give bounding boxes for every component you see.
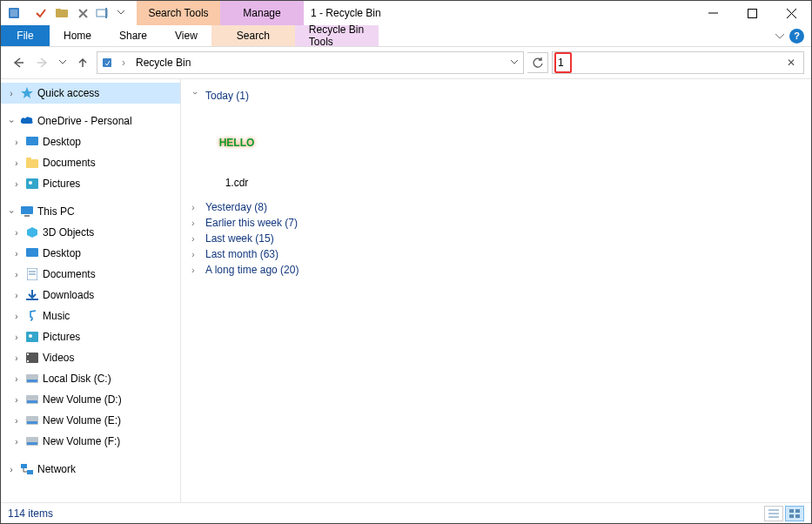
- breadcrumb-location[interactable]: Recycle Bin: [132, 57, 194, 69]
- chevron-right-icon[interactable]: ›: [6, 89, 17, 98]
- refresh-button[interactable]: [527, 52, 548, 73]
- app-icon[interactable]: [4, 3, 23, 23]
- navigation-pane[interactable]: › Quick access › OneDrive - Personal ›De…: [1, 79, 181, 502]
- sidebar-item-label: Network: [37, 463, 76, 475]
- chevron-right-icon: ›: [191, 202, 200, 212]
- minimize-button[interactable]: [694, 1, 733, 25]
- chevron-down-icon[interactable]: ›: [7, 206, 17, 217]
- sidebar-item-3d-objects[interactable]: ›3D Objects: [1, 222, 180, 243]
- sidebar-item-od-pictures[interactable]: ›Pictures: [1, 173, 180, 194]
- sidebar-item-label: This PC: [37, 205, 75, 218]
- group-today[interactable]: ›Today (1): [191, 90, 801, 102]
- sidebar-item-downloads[interactable]: ›Downloads: [1, 285, 180, 306]
- search-input[interactable]: [558, 57, 784, 69]
- chevron-right-icon: ›: [191, 265, 200, 275]
- sidebar-item-od-documents[interactable]: ›Documents: [1, 152, 180, 173]
- svg-rect-30: [27, 421, 37, 424]
- thumbnails-view-button[interactable]: [785, 506, 804, 521]
- sidebar-item-network[interactable]: › Network: [1, 459, 180, 480]
- search-box[interactable]: ✕: [552, 51, 804, 74]
- sidebar-item-this-pc[interactable]: › This PC: [1, 201, 180, 222]
- svg-rect-32: [27, 442, 37, 445]
- svg-rect-13: [21, 206, 33, 214]
- network-icon: [20, 462, 34, 476]
- qat-dropdown-icon[interactable]: [115, 3, 127, 23]
- chevron-right-icon: ›: [191, 218, 200, 228]
- item-count: 114 items: [8, 507, 53, 520]
- file-name: 1.cdr: [225, 177, 249, 189]
- sidebar-item-label: New Volume (D:): [43, 393, 122, 406]
- title-bar: Search Tools Manage 1 - Recycle Bin: [1, 1, 811, 25]
- drive-icon: [25, 413, 39, 427]
- tab-view[interactable]: View: [161, 25, 211, 46]
- maximize-button[interactable]: [733, 1, 772, 25]
- sidebar-item-new-volume-e[interactable]: ›New Volume (E:): [1, 410, 180, 431]
- sidebar-item-label: New Volume (E:): [43, 414, 121, 427]
- sidebar-item-documents[interactable]: ›Documents: [1, 264, 180, 285]
- sidebar-item-label: OneDrive - Personal: [37, 115, 132, 127]
- qat-properties-icon[interactable]: [31, 3, 50, 23]
- chevron-down-icon[interactable]: ›: [7, 116, 17, 126]
- tab-share[interactable]: Share: [105, 25, 161, 46]
- sidebar-item-label: Music: [43, 310, 70, 322]
- sidebar-item-label: New Volume (F:): [43, 435, 120, 447]
- sidebar-item-videos[interactable]: ›Videos: [1, 347, 180, 368]
- sidebar-item-onedrive[interactable]: › OneDrive - Personal: [1, 111, 180, 131]
- group-earlier-this-week[interactable]: ›Earlier this week (7): [191, 217, 801, 229]
- clear-search-icon[interactable]: ✕: [784, 57, 798, 69]
- sidebar-item-od-desktop[interactable]: ›Desktop: [1, 131, 180, 152]
- ribbon-collapse-icon[interactable]: [775, 32, 784, 39]
- up-button[interactable]: [72, 52, 93, 73]
- svg-rect-14: [24, 215, 30, 217]
- sidebar-item-new-volume-d[interactable]: ›New Volume (D:): [1, 389, 180, 410]
- qat-new-folder-icon[interactable]: [52, 3, 71, 23]
- help-icon[interactable]: ?: [789, 29, 804, 44]
- chevron-right-icon: ›: [191, 249, 200, 259]
- quick-access-toolbar: [1, 1, 137, 25]
- group-yesterday[interactable]: ›Yesterday (8): [191, 201, 801, 213]
- drive-icon: [25, 372, 39, 386]
- context-tab-manage[interactable]: Manage: [220, 1, 304, 25]
- sidebar-item-new-volume-f[interactable]: ›New Volume (F:): [1, 431, 180, 452]
- details-view-button[interactable]: [764, 506, 783, 521]
- sidebar-item-desktop[interactable]: ›Desktop: [1, 243, 180, 264]
- group-a-long-time-ago[interactable]: ›A long time ago (20): [191, 264, 801, 276]
- svg-rect-34: [27, 470, 33, 474]
- address-dropdown-icon[interactable]: [507, 60, 521, 65]
- tab-recycle-bin-tools[interactable]: Recycle Bin Tools: [295, 25, 379, 46]
- tab-search[interactable]: Search: [211, 25, 295, 46]
- sidebar-item-quick-access[interactable]: › Quick access: [1, 83, 180, 104]
- group-last-week[interactable]: ›Last week (15): [191, 232, 801, 245]
- forward-button[interactable]: [32, 52, 53, 73]
- folder-icon: [25, 156, 39, 170]
- content-area[interactable]: ›Today (1) HELLO HELLO 1.cdr ›Yesterday …: [181, 79, 811, 502]
- back-button[interactable]: [8, 52, 29, 73]
- sidebar-item-music[interactable]: ›Music: [1, 306, 180, 326]
- recent-locations-icon[interactable]: [57, 52, 69, 73]
- sidebar-item-label: 3D Objects: [43, 226, 94, 238]
- svg-rect-15: [26, 248, 38, 257]
- star-icon: [20, 86, 34, 100]
- computer-icon: [20, 205, 34, 218]
- svg-rect-23: [27, 353, 29, 355]
- qat-rename-icon[interactable]: [94, 3, 113, 23]
- address-bar[interactable]: › Recycle Bin: [97, 51, 524, 74]
- file-item[interactable]: HELLO HELLO 1.cdr: [198, 114, 275, 189]
- close-button[interactable]: [772, 1, 811, 25]
- tab-home[interactable]: Home: [50, 25, 105, 46]
- group-last-month[interactable]: ›Last month (63): [191, 248, 801, 260]
- 3d-icon: [25, 225, 39, 239]
- svg-rect-41: [795, 509, 800, 513]
- ribbon-tabs: File Home Share View Search Recycle Bin …: [1, 25, 811, 47]
- qat-delete-icon[interactable]: [73, 3, 92, 23]
- svg-rect-1: [10, 10, 17, 17]
- chevron-right-icon[interactable]: ›: [6, 465, 17, 474]
- breadcrumb-separator: ›: [118, 57, 129, 69]
- context-tab-search-tools[interactable]: Search Tools: [137, 1, 220, 25]
- pictures-icon: [25, 330, 39, 344]
- svg-rect-11: [26, 178, 38, 189]
- sidebar-item-pictures[interactable]: ›Pictures: [1, 326, 180, 347]
- sidebar-item-local-disk-c[interactable]: ›Local Disk (C:): [1, 368, 180, 389]
- chevron-down-icon: ›: [191, 91, 201, 100]
- file-tab[interactable]: File: [1, 25, 50, 46]
